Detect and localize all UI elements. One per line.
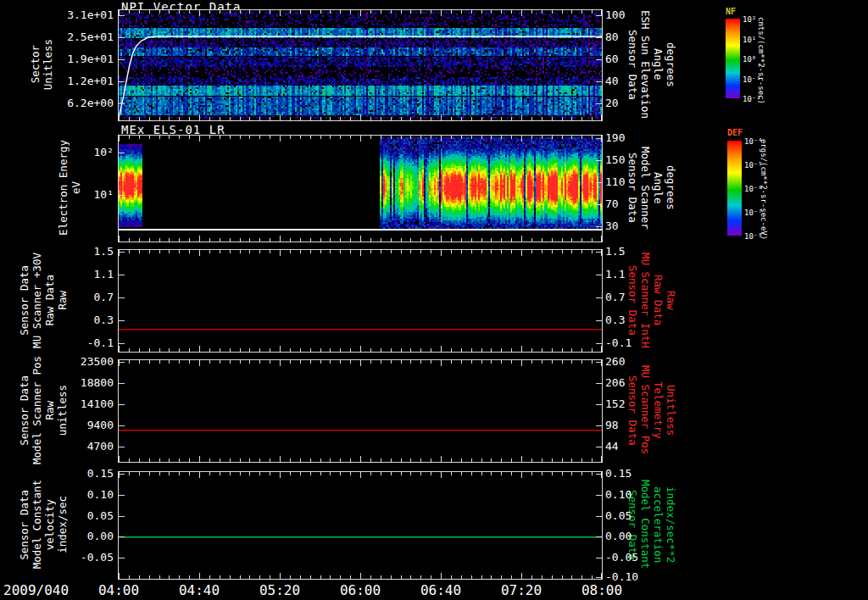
axis-label-line: index/sec**2 <box>665 486 676 563</box>
panel-scanner-pos <box>118 359 603 463</box>
panel-model-constant <box>118 471 603 580</box>
model-constant-canvas <box>119 472 602 579</box>
y-tick-label-right: 0.7 <box>605 291 625 303</box>
y-tick-label-left: 0.7 <box>47 291 114 303</box>
y-tick-label-right: 98 <box>605 419 619 431</box>
colorbar-tick-label: 10¹ <box>743 36 756 44</box>
axis-label-line: Unitless <box>665 385 676 436</box>
panel-els-spectrogram <box>118 135 603 242</box>
y-tick-label-right: -0.1 <box>605 336 632 349</box>
y-tick-label-left: 23500 <box>47 355 114 368</box>
y-tick-label-left: 1.2e+01 <box>47 75 114 87</box>
y-tick-label-right: 44 <box>605 440 619 453</box>
y-tick-label-right: -0.10 <box>605 570 638 583</box>
y-tick-label-left: 10² <box>47 146 114 158</box>
x-tick-label: 04:40 <box>172 582 226 598</box>
axis-label-line: Sensor Data <box>19 265 31 336</box>
els-spectrogram-canvas <box>119 136 602 242</box>
y-tick-label-left: 18800 <box>47 376 114 389</box>
axis-label-line: Raw Data <box>652 275 664 325</box>
y-tick-label-left: 10¹ <box>47 188 114 201</box>
y-tick-label-left: 6.2e+00 <box>47 97 114 109</box>
x-tick-label: 05:20 <box>253 582 307 598</box>
y-tick-label-right: 70 <box>605 197 619 210</box>
nf-colorbar <box>726 19 740 98</box>
y-tick-label-left: 1.9e+01 <box>47 53 114 65</box>
def-label: DEF <box>727 128 743 137</box>
panel-npi-spectrogram <box>118 9 603 121</box>
colorbar-tick-label: 10² <box>743 15 756 24</box>
axis-label-line: index/sec <box>57 496 69 553</box>
y-tick-label-left: 1.5 <box>47 245 114 258</box>
y-tick-label-right: 150 <box>605 153 625 166</box>
y-tick-label-right: 0.00 <box>605 530 632 542</box>
y-tick-label-right: 30 <box>605 219 619 232</box>
y-tick-label-right: 0.10 <box>605 488 632 501</box>
axis-label-line: MU Scanner Pos <box>639 365 651 454</box>
axis-label-line: Model Scanner Pos <box>31 356 43 464</box>
panel4-right-axis-label: Sensor DataMU Scanner PosTelemetryUnitle… <box>623 359 679 461</box>
x-tick-label: 04:00 <box>92 582 146 598</box>
npi-spectrogram-canvas <box>119 10 602 120</box>
axis-label-line: Angle <box>652 48 664 81</box>
y-tick-label-right: 206 <box>605 376 625 389</box>
panel3-right-axis-label: Sensor DataMU Scanner IntHRaw DataRaw <box>623 249 679 351</box>
axis-label-line: Sensor Data <box>626 153 638 223</box>
y-tick-label-left: 0.05 <box>47 509 114 522</box>
mu-scanner-raw-canvas <box>119 250 602 352</box>
axis-label-line: velocity <box>44 499 56 550</box>
axis-label-line: Sensor Data <box>19 490 31 560</box>
scanner-pos-canvas <box>119 360 602 462</box>
y-tick-label-right: 80 <box>605 31 619 43</box>
y-tick-label-left: 0.15 <box>47 467 114 480</box>
x-tick-label: 08:00 <box>575 582 629 598</box>
x-tick-label: 06:40 <box>414 582 468 598</box>
axis-label-line: Sensor Data <box>626 265 638 336</box>
y-tick-label-left: -0.05 <box>47 551 114 564</box>
y-tick-label-left: 9400 <box>47 419 114 431</box>
axis-label-line: ESH Sun Elevation <box>639 10 651 119</box>
colorbar-tick-label: 10⁰ <box>743 55 756 64</box>
axis-label-line: Sector <box>30 45 42 83</box>
science-plot-figure: NPI Vector Data MEx ELS-01 LR SectorUnit… <box>0 0 868 600</box>
y-tick-label-right: 0.15 <box>605 467 632 480</box>
axis-label-line: degrees <box>665 165 676 210</box>
colorbar-tick-label: 10⁻⁴ <box>744 137 763 146</box>
axis-label-line: Model Scanner <box>639 147 651 230</box>
x-tick-label: 07:20 <box>494 582 548 598</box>
y-tick-label-left: -0.1 <box>47 336 114 349</box>
y-tick-label-right: 0.05 <box>605 509 632 522</box>
y-tick-label-right: 20 <box>605 97 619 109</box>
y-tick-label-right: -0.05 <box>605 551 638 564</box>
y-tick-label-right: 260 <box>605 355 625 368</box>
panel-mu-scanner-raw <box>118 249 603 353</box>
y-tick-label-left: 1.1 <box>47 268 114 281</box>
axis-label-line: Model Constant <box>639 480 651 569</box>
date-label: 2009/040 <box>3 582 69 598</box>
colorbar-tick-label: 10⁻¹ <box>743 75 761 84</box>
y-tick-label-right: 190 <box>605 131 625 144</box>
y-tick-label-left: 14100 <box>47 397 114 410</box>
x-tick-label: 06:00 <box>333 582 387 598</box>
y-tick-label-left: 0.3 <box>47 314 114 326</box>
axis-label-line: degrees <box>665 42 676 87</box>
nf-label: NF <box>726 7 736 16</box>
y-tick-label-right: 60 <box>605 53 619 65</box>
y-tick-label-right: 40 <box>605 75 619 87</box>
axis-label-line: Raw <box>665 291 676 310</box>
y-tick-label-right: 110 <box>605 175 625 188</box>
colorbar-tick-label: 10⁻⁸ <box>744 232 763 241</box>
colorbar-tick-label: 10⁻⁷ <box>744 208 763 217</box>
colorbar-tick-label: 10⁻² <box>743 95 761 103</box>
y-tick-label-left: 0.10 <box>47 488 114 501</box>
axis-label-line: Telemetry <box>652 381 664 439</box>
axis-label-line: Sensor Data <box>626 375 638 446</box>
axis-label-line: MU Scanner +30V <box>31 253 43 348</box>
y-tick-label-left: 0.00 <box>47 530 114 542</box>
y-tick-label-right: 1.5 <box>605 245 625 258</box>
axis-label-line: Sensor Data <box>19 375 31 446</box>
axis-label-line: Angle <box>652 172 664 204</box>
colorbar-tick-label: 10⁻⁵ <box>744 161 763 169</box>
axis-label-line: Sensor Data <box>626 30 638 100</box>
y-tick-label-left: 2.5e+01 <box>47 31 114 43</box>
